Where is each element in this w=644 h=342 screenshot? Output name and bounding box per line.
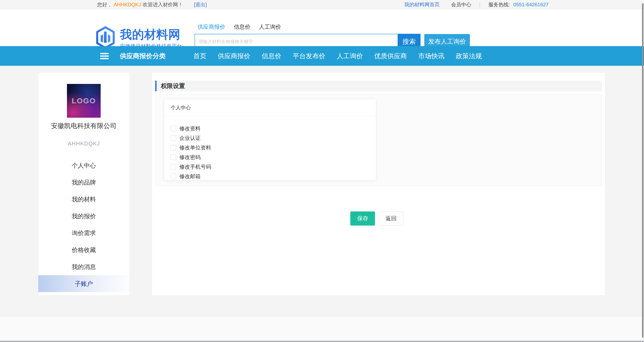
username-text: AHHKDQKJ bbox=[114, 2, 141, 7]
permission-row: 修改密码 bbox=[171, 152, 376, 162]
topbar-links: 我的材料网首页 会员中心 | 服务热线: 0551-64261627 bbox=[404, 0, 549, 9]
permission-row: 企业认证 bbox=[171, 133, 376, 143]
logo-placeholder-text: LOGO bbox=[72, 97, 96, 105]
permission-label[interactable]: 修改单位资料 bbox=[179, 144, 211, 151]
site-header: 我的材料网 安徽建设材料价格信息平台 供应商报价信息价人工询价 搜索 发布人工询… bbox=[0, 9, 644, 46]
permission-label[interactable]: 修改资料 bbox=[179, 125, 201, 132]
category-menu-label[interactable]: 供应商报价分类 bbox=[120, 46, 166, 66]
company-name: 安徽凯电科技有限公司 bbox=[38, 122, 129, 130]
sidebar-menu-item[interactable]: 询价需求 bbox=[38, 225, 129, 241]
logout-link[interactable]: [退出] bbox=[194, 2, 207, 7]
company-logo-image: LOGO bbox=[67, 84, 101, 118]
horizontal-scrollbar[interactable] bbox=[0, 341, 644, 342]
permission-label[interactable]: 修改邮箱 bbox=[179, 173, 201, 180]
nav-item[interactable]: 优质供应商 bbox=[374, 46, 407, 66]
sidebar: LOGO 安徽凯电科技有限公司 AHHKDQKJ 个人中心我的品牌我的材料我的报… bbox=[38, 73, 129, 295]
action-buttons: 保存 返回 bbox=[350, 211, 403, 226]
sidebar-menu-item[interactable]: 我的报价 bbox=[38, 208, 129, 225]
footer-band bbox=[0, 316, 644, 341]
nav-item[interactable]: 平台发布价 bbox=[293, 46, 325, 66]
sidebar-menu-item[interactable]: 我的品牌 bbox=[38, 174, 129, 191]
sidebar-menu-item[interactable]: 价格收藏 bbox=[38, 241, 129, 258]
permission-checkbox[interactable] bbox=[171, 135, 176, 141]
section-title: 权限设置 bbox=[161, 82, 185, 90]
back-button[interactable]: 返回 bbox=[379, 211, 403, 226]
header-tab[interactable]: 信息价 bbox=[234, 23, 250, 31]
hotline-number: 0551-64261627 bbox=[513, 2, 549, 7]
member-center-link[interactable]: 会员中心 bbox=[451, 2, 471, 7]
greeting-suffix: 欢迎进入材价网！ bbox=[143, 2, 183, 7]
nav-item[interactable]: 政策法规 bbox=[456, 46, 482, 66]
hotline-label: 服务热线: bbox=[488, 2, 510, 7]
permissions-group-card: 个人中心 修改资料企业认证修改单位资料修改密码修改手机号码修改邮箱 bbox=[164, 99, 376, 180]
nav-items: 首页供应商报价信息价平台发布价人工询价优质供应商市场快讯政策法规 bbox=[193, 46, 482, 66]
permission-label[interactable]: 企业认证 bbox=[179, 135, 201, 142]
vertical-scrollbar[interactable] bbox=[642, 3, 643, 338]
main-navbar: 供应商报价分类 首页供应商报价信息价平台发布价人工询价优质供应商市场快讯政策法规 bbox=[0, 46, 644, 66]
sidebar-menu-item[interactable]: 我的材料 bbox=[38, 191, 129, 208]
permission-label[interactable]: 修改手机号码 bbox=[179, 163, 211, 170]
topbar-divider: | bbox=[479, 2, 480, 7]
permissions-group-header: 个人中心 bbox=[164, 99, 376, 116]
top-bar: 您好，AHHKDQKJ欢迎进入材价网！ [退出] 我的材料网首页 会员中心 | … bbox=[0, 0, 644, 9]
permission-row: 修改单位资料 bbox=[171, 143, 376, 152]
site-name: 我的材料网 bbox=[120, 28, 182, 40]
greeting-prefix: 您好， bbox=[97, 2, 112, 7]
permission-checkbox[interactable] bbox=[171, 126, 176, 131]
permission-checkbox[interactable] bbox=[171, 174, 176, 179]
nav-item[interactable]: 信息价 bbox=[262, 46, 281, 66]
sidebar-menu-item[interactable]: 个人中心 bbox=[38, 157, 129, 174]
permissions-region: 个人中心 修改资料企业认证修改单位资料修改密码修改手机号码修改邮箱 bbox=[155, 95, 602, 186]
nav-item[interactable]: 供应商报价 bbox=[218, 46, 250, 66]
sidebar-menu-item[interactable]: 我的消息 bbox=[38, 258, 129, 275]
account-code: AHHKDQKJ bbox=[38, 140, 129, 147]
header-tabs: 供应商报价信息价人工询价 bbox=[198, 23, 281, 31]
header-tab[interactable]: 供应商报价 bbox=[198, 23, 225, 31]
sidebar-menu-item[interactable]: 子账户 bbox=[38, 275, 129, 292]
nav-item[interactable]: 人工询价 bbox=[337, 46, 363, 66]
permission-row: 修改邮箱 bbox=[171, 172, 376, 181]
hamburger-menu-icon[interactable] bbox=[100, 53, 109, 59]
permission-checkbox[interactable] bbox=[171, 154, 176, 160]
sidebar-menu: 个人中心我的品牌我的材料我的报价询价需求价格收藏我的消息子账户 bbox=[38, 157, 129, 292]
permission-row: 修改资料 bbox=[171, 124, 376, 133]
permission-checkbox[interactable] bbox=[171, 164, 176, 170]
nav-item[interactable]: 市场快讯 bbox=[418, 46, 444, 66]
permission-checkbox[interactable] bbox=[171, 145, 176, 150]
permission-label[interactable]: 修改密码 bbox=[179, 154, 201, 161]
save-button[interactable]: 保存 bbox=[350, 211, 375, 226]
permissions-group-title: 个人中心 bbox=[171, 104, 191, 111]
permissions-list: 修改资料企业认证修改单位资料修改密码修改手机号码修改邮箱 bbox=[164, 116, 376, 181]
permission-row: 修改手机号码 bbox=[171, 162, 376, 172]
main-content: 权限设置 个人中心 修改资料企业认证修改单位资料修改密码修改手机号码修改邮箱 保… bbox=[152, 73, 605, 295]
site-home-link[interactable]: 我的材料网首页 bbox=[404, 2, 440, 7]
greeting-area: 您好，AHHKDQKJ欢迎进入材价网！ [退出] bbox=[97, 0, 207, 9]
nav-item[interactable]: 首页 bbox=[193, 46, 206, 66]
header-tab[interactable]: 人工询价 bbox=[259, 23, 281, 31]
section-header: 权限设置 bbox=[155, 81, 602, 91]
